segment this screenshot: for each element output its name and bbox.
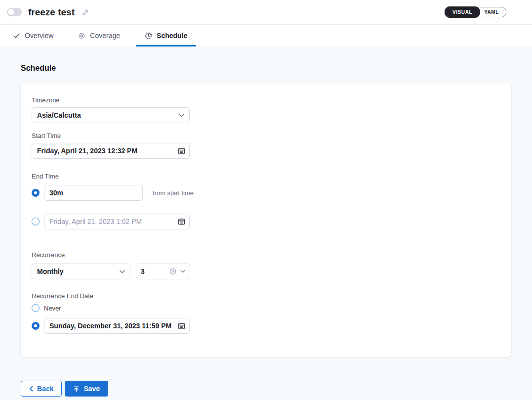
clear-icon[interactable] [169,268,176,275]
recurrence-type-select[interactable]: Monthly [32,264,130,279]
visual-toggle-button[interactable]: VISUAL [445,6,480,18]
timezone-select[interactable]: Asia/Calcutta [32,107,190,123]
schedule-page: Schedule Timezone Asia/Calcutta Start Ti… [0,47,532,400]
freeze-enabled-toggle[interactable] [7,8,22,16]
check-icon [13,32,20,40]
chevron-left-icon [29,386,33,392]
tab-coverage[interactable]: Coverage [76,25,122,46]
recurrence-interval-value: 3 [141,267,169,275]
end-time-exact-input[interactable] [44,214,190,229]
edit-title-icon[interactable] [82,8,89,16]
recurrence-end-label: Recurrence End Date [32,292,500,300]
duration-hint: from start time [153,189,194,197]
page-title: freeze test [28,7,75,18]
save-button[interactable]: Save [65,381,108,397]
recurrence-interval-combobox[interactable]: 3 [136,264,190,279]
timezone-value: Asia/Calcutta [37,111,81,119]
schedule-card: Timezone Asia/Calcutta Start Time End Ti… [21,83,511,357]
back-button-label: Back [37,385,53,393]
gear-icon [78,32,85,40]
save-button-label: Save [83,385,100,393]
recurrence-end-never-radio[interactable] [32,304,40,312]
back-button[interactable]: Back [21,381,62,397]
chevron-down-icon [180,270,185,273]
end-time-duration-input[interactable] [44,185,143,201]
recurrence-type-value: Monthly [37,267,64,275]
recurrence-end-never-label: Never [44,305,61,312]
tab-schedule[interactable]: Schedule [143,25,189,46]
chevron-down-icon [120,270,125,273]
chevron-down-icon [179,114,184,117]
recurring-schedule-icon [145,32,152,40]
tab-bar: Overview Coverage Schedule [0,25,532,47]
visual-yaml-switcher: VISUAL YAML [445,6,506,18]
start-time-label: Start Time [32,132,500,139]
section-title: Schedule [21,64,511,73]
end-time-exact-radio[interactable] [32,218,40,225]
end-time-label: End Time [32,173,500,180]
calendar-icon[interactable] [178,322,185,330]
page-header: freeze test VISUAL YAML [0,0,532,25]
recurrence-end-date-input[interactable] [44,318,190,334]
recurrence-label: Recurrence [32,251,500,259]
end-time-duration-radio[interactable] [32,189,40,197]
tab-overview[interactable]: Overview [11,25,55,46]
upload-arrow-icon [73,386,80,392]
calendar-icon[interactable] [178,147,185,155]
tab-label: Overview [25,32,53,40]
timezone-label: Timezone [32,96,500,104]
tab-label: Coverage [90,32,120,40]
recurrence-end-date-radio[interactable] [32,322,40,330]
start-time-input[interactable] [32,143,190,159]
toggle-knob [8,9,14,15]
tab-label: Schedule [157,32,187,40]
calendar-icon[interactable] [178,218,185,225]
footer-actions: Back Save [21,381,511,397]
